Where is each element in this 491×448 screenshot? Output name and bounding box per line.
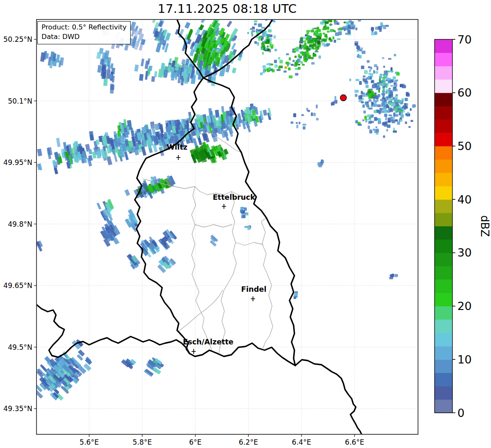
echo-cell <box>355 120 358 124</box>
echo-cell <box>299 122 300 125</box>
echo-cell <box>221 106 224 113</box>
echo-cell <box>363 110 366 113</box>
echo-cell <box>303 40 306 42</box>
echo-cell <box>389 101 391 105</box>
echo-cell <box>343 26 347 28</box>
echo-cell <box>389 92 393 95</box>
echo-cell <box>369 99 372 102</box>
colorbar: 010203040506070dBZ <box>435 33 491 419</box>
echo-cell <box>267 68 269 72</box>
x-axis-tick-label: 6.4°E <box>292 438 311 446</box>
echo-cell <box>275 49 277 51</box>
echo-cell <box>389 114 392 116</box>
echo-cell <box>359 55 362 58</box>
admin-border <box>236 242 263 245</box>
echo-cell <box>377 104 381 107</box>
echo-cell <box>139 74 143 81</box>
colorbar-segment <box>435 146 452 160</box>
country-border <box>190 343 295 366</box>
echo-cell <box>260 39 263 41</box>
colorbar-segment <box>435 93 452 107</box>
echo-cell <box>280 60 283 63</box>
echo-cell <box>363 78 367 82</box>
echo-cell <box>317 41 321 44</box>
echo-cell <box>323 33 325 34</box>
echo-cell <box>379 29 382 32</box>
echo-cell <box>288 68 290 70</box>
echo-cell <box>285 62 289 65</box>
echo-cell <box>96 52 101 59</box>
echo-cell <box>261 27 265 29</box>
echo-cell <box>373 98 376 102</box>
echo-cell <box>330 29 333 32</box>
echo-cell <box>391 102 394 107</box>
echo-cell <box>391 85 393 87</box>
echo-cell <box>266 63 268 65</box>
echo-cell <box>386 83 389 86</box>
echo-cell <box>294 56 297 58</box>
echo-cell <box>231 43 236 50</box>
echo-cell <box>226 111 230 116</box>
y-axis-tick-label: 49.65°N <box>3 281 32 290</box>
colorbar-unit-label: dBZ <box>479 215 491 237</box>
echo-cell <box>114 153 118 162</box>
echo-cell <box>405 98 408 101</box>
echo-cell <box>378 118 381 121</box>
radar-site-dot <box>340 95 347 101</box>
echo-cell <box>254 20 257 22</box>
echo-cell <box>271 46 273 49</box>
colorbar-segment <box>435 119 452 133</box>
echo-cell <box>263 110 267 116</box>
echo-cell <box>40 52 45 62</box>
echo-cell <box>54 167 58 174</box>
echo-cell <box>390 70 394 72</box>
city-findel: Findel <box>241 285 267 301</box>
echo-cell <box>326 15 328 19</box>
echo-cell <box>393 131 397 133</box>
echo-cell <box>380 99 383 101</box>
echo-cell <box>272 69 275 72</box>
echo-cell <box>262 72 265 73</box>
admin-border <box>219 191 236 353</box>
colorbar-segment <box>435 359 452 373</box>
echo-cell <box>363 75 366 77</box>
echo-cell <box>398 109 401 110</box>
echo-cell <box>349 20 352 23</box>
colorbar-segment <box>435 306 452 320</box>
x-axis-tick-label: 6°E <box>189 438 202 446</box>
y-axis-tick-label: 49.5°N <box>8 343 32 351</box>
colorbar-segment <box>435 266 452 280</box>
echo-cell <box>334 99 338 104</box>
echo-cell <box>275 64 278 68</box>
echo-cell <box>383 121 386 125</box>
echo-cell <box>296 122 298 124</box>
echo-cell <box>379 108 383 110</box>
echo-cell <box>324 22 328 24</box>
colorbar-tick-label: 60 <box>457 86 472 99</box>
echo-cell <box>278 57 280 59</box>
echo-cell <box>372 84 376 88</box>
echo-cell <box>381 111 383 113</box>
y-axis-tick-label: 49.35°N <box>3 404 32 413</box>
echo-cell <box>365 85 368 88</box>
echo-cell <box>306 46 309 49</box>
echo-cell <box>377 66 378 70</box>
echo-cell <box>298 67 301 70</box>
echo-cell <box>299 44 301 48</box>
echo-cell <box>377 96 379 99</box>
echo-cell <box>389 88 391 90</box>
echo-cell <box>251 31 253 34</box>
echo-cell <box>317 46 319 50</box>
echo-cell <box>362 119 365 121</box>
echo-cell <box>318 56 321 59</box>
echo-cell <box>226 21 232 27</box>
echo-cell <box>311 44 314 48</box>
echo-cell <box>388 58 391 60</box>
colorbar-segment <box>435 80 452 93</box>
echo-cell <box>247 32 249 34</box>
colorbar-segment <box>435 39 452 53</box>
echo-cell <box>314 33 316 36</box>
echo-cell <box>284 70 287 73</box>
echo-cell <box>240 209 243 213</box>
echo-cell <box>400 102 403 104</box>
